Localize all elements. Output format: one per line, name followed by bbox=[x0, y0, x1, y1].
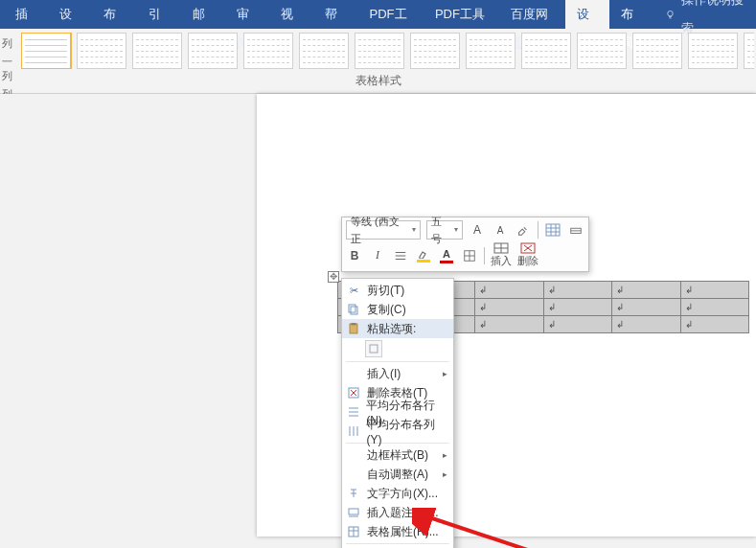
menu-insert-caption-label: 插入题注(C)... bbox=[367, 505, 439, 521]
table-style-thumb[interactable] bbox=[132, 33, 182, 69]
chevron-down-icon: ▾ bbox=[412, 221, 416, 239]
table-style-thumb[interactable] bbox=[577, 33, 627, 69]
table-cell[interactable]: ↲ bbox=[612, 316, 681, 333]
grow-font-button[interactable]: A bbox=[469, 221, 486, 239]
menu-autofit-label: 自动调整(A) bbox=[367, 467, 428, 483]
table-style-thumb[interactable] bbox=[243, 33, 293, 69]
delete-icon bbox=[520, 242, 536, 254]
blank-icon bbox=[346, 467, 361, 482]
table-style-thumb[interactable] bbox=[410, 33, 460, 69]
menu-paste-options-row bbox=[342, 338, 453, 359]
format-painter-button[interactable] bbox=[515, 221, 532, 239]
table-style-thumb[interactable] bbox=[466, 33, 515, 69]
table-style-thumb[interactable] bbox=[521, 33, 571, 69]
table-properties-icon bbox=[346, 524, 361, 539]
menu-insert-caption[interactable]: 插入题注(C)... bbox=[342, 503, 453, 522]
workspace: ✥ ↲ ↲ ↲ ↲ ↲ ↲ ↲ ↲ ↲ ↲ ↲ ↲ ↲ ↲ ↲ bbox=[0, 94, 756, 537]
table-style-thumb[interactable] bbox=[77, 33, 126, 69]
menu-autofit[interactable]: 自动调整(A) ▸ bbox=[342, 465, 453, 484]
table-cell[interactable]: ↲ bbox=[475, 299, 544, 316]
mini-font-name[interactable]: 等线 (西文正 ▾ bbox=[346, 220, 421, 240]
mini-new-row-button[interactable] bbox=[567, 221, 584, 239]
svg-rect-1 bbox=[546, 224, 560, 236]
tab-table-layout[interactable]: 布局 bbox=[609, 0, 653, 29]
blank-icon bbox=[346, 447, 361, 463]
table-move-handle[interactable]: ✥ bbox=[328, 271, 339, 283]
table-cell[interactable]: ↲ bbox=[680, 282, 749, 299]
shrink-font-button[interactable]: A bbox=[492, 221, 509, 239]
mini-delete-button[interactable]: 删除 bbox=[517, 242, 538, 268]
tab-pdf-tools[interactable]: PDF工具 bbox=[358, 0, 424, 29]
tab-insert[interactable]: 插入 bbox=[4, 0, 48, 29]
table-cell[interactable]: ↲ bbox=[612, 299, 681, 316]
font-color-a: A bbox=[443, 248, 450, 260]
chevron-right-icon: ▸ bbox=[443, 469, 447, 479]
tab-references[interactable]: 引用 bbox=[137, 0, 181, 29]
menu-copy[interactable]: 复制(C) bbox=[342, 300, 453, 319]
table-styles-gallery[interactable] bbox=[21, 33, 754, 69]
table-style-thumb[interactable] bbox=[21, 33, 71, 69]
tab-baidu[interactable]: 百度网盘 bbox=[499, 0, 564, 29]
table-style-thumb[interactable] bbox=[632, 33, 682, 69]
bold-button[interactable]: B bbox=[346, 247, 363, 264]
tab-view[interactable]: 视图 bbox=[269, 0, 313, 29]
menu-distribute-cols[interactable]: 平均分布各列(Y) bbox=[342, 422, 453, 441]
mini-delete-label: 删除 bbox=[517, 254, 538, 268]
paste-variant-icon bbox=[369, 344, 378, 354]
table-cell[interactable]: ↲ bbox=[612, 282, 681, 299]
blank-icon bbox=[346, 366, 361, 381]
table-cell[interactable]: ↲ bbox=[680, 316, 749, 333]
align-button[interactable] bbox=[392, 247, 409, 264]
menu-text-direction-label: 文字方向(X)... bbox=[367, 486, 438, 502]
table-cell[interactable]: ↲ bbox=[543, 316, 612, 333]
chevron-right-icon: ▸ bbox=[443, 450, 447, 460]
separator bbox=[538, 221, 538, 239]
distribute-cols-icon bbox=[346, 423, 360, 439]
italic-button[interactable]: I bbox=[369, 247, 386, 264]
table-style-thumb[interactable] bbox=[188, 33, 238, 69]
menu-paste-options[interactable]: 粘贴选项: bbox=[342, 319, 453, 338]
ribbon-tabbar: 插入 设计 布局 引用 邮件 审阅 视图 帮助 PDF工具 PDF工具集 百度网… bbox=[0, 0, 756, 29]
tab-pdf-toolset[interactable]: PDF工具集 bbox=[424, 0, 499, 29]
menu-insert[interactable]: 插入(I) ▸ bbox=[342, 364, 453, 383]
tab-table-design[interactable]: 设计 bbox=[565, 0, 609, 29]
menu-cut[interactable]: ✂ 剪切(T) bbox=[342, 281, 453, 300]
tab-help[interactable]: 帮助 bbox=[313, 0, 357, 29]
borders-button[interactable] bbox=[461, 247, 478, 264]
tab-mailings[interactable]: 邮件 bbox=[181, 0, 225, 29]
menu-table-properties-label: 表格属性(R)... bbox=[367, 524, 439, 540]
svg-rect-9 bbox=[352, 323, 355, 325]
copy-icon bbox=[346, 302, 361, 317]
align-icon bbox=[394, 249, 407, 263]
tell-me-search[interactable]: 操作说明搜索 bbox=[653, 0, 756, 29]
menu-cut-label: 剪切(T) bbox=[367, 283, 404, 299]
paste-option-keep-source[interactable] bbox=[365, 340, 382, 357]
tab-review[interactable]: 审阅 bbox=[225, 0, 269, 29]
tab-design[interactable]: 设计 bbox=[48, 0, 92, 29]
table-cell[interactable]: ↲ bbox=[543, 299, 612, 316]
menu-table-properties[interactable]: 表格属性(R)... bbox=[342, 522, 453, 541]
caption-icon bbox=[346, 505, 361, 520]
font-color-button[interactable]: A bbox=[438, 247, 455, 264]
svg-point-0 bbox=[668, 11, 673, 15]
table-cell[interactable]: ↲ bbox=[543, 282, 612, 299]
table-style-thumb[interactable] bbox=[688, 33, 738, 69]
table-style-thumb[interactable] bbox=[744, 33, 754, 69]
table-style-thumb[interactable] bbox=[299, 33, 349, 69]
mini-insert-button[interactable]: 插入 bbox=[491, 242, 512, 268]
mini-table-button[interactable] bbox=[544, 221, 561, 239]
mini-font-size[interactable]: 五号 ▾ bbox=[426, 220, 463, 240]
menu-border-styles[interactable]: 边框样式(B) ▸ bbox=[342, 445, 453, 465]
table-style-thumb[interactable] bbox=[355, 33, 404, 69]
table-cell[interactable]: ↲ bbox=[475, 316, 544, 333]
menu-text-direction[interactable]: 文字方向(X)... bbox=[342, 484, 453, 503]
table-icon bbox=[545, 223, 561, 237]
tab-layout[interactable]: 布局 bbox=[92, 0, 136, 29]
svg-rect-6 bbox=[351, 307, 357, 314]
sidelabel-0: 列 bbox=[2, 36, 19, 51]
table-cell[interactable]: ↲ bbox=[475, 282, 544, 299]
sidelabel-1: 一列 bbox=[2, 55, 19, 83]
table-cell[interactable]: ↲ bbox=[680, 299, 749, 316]
highlight-button[interactable] bbox=[415, 247, 432, 264]
insert-icon bbox=[493, 242, 509, 254]
